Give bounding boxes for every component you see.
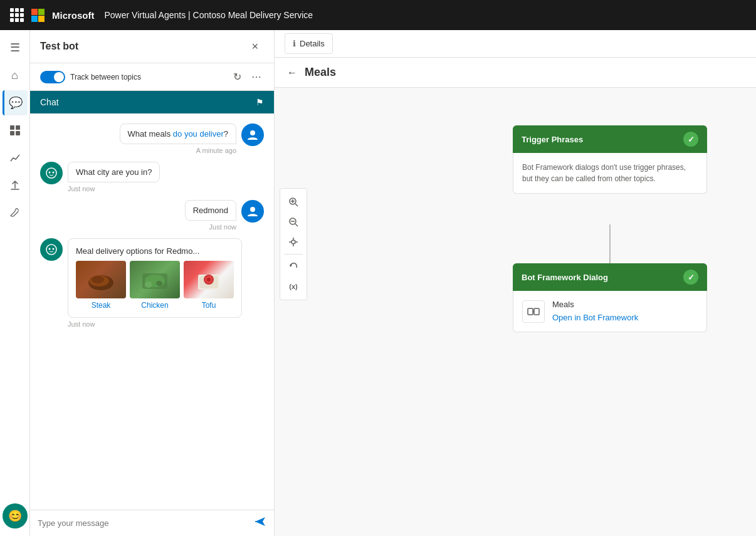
meal-images: Steak Chicken — [76, 261, 234, 310]
canvas-toolbar: (x) — [280, 188, 307, 300]
details-tab-bar: ℹ Details — [275, 30, 756, 58]
user-avatar-icon[interactable]: 😊 — [3, 503, 28, 528]
undo-button[interactable] — [284, 257, 303, 276]
svg-rect-37 — [528, 308, 533, 315]
bot-framework-node: Bot Framework Dialog ✓ Meals Open in Bot — [513, 263, 707, 332]
back-button[interactable]: ← — [287, 67, 297, 78]
chat-tab[interactable]: Chat ⚑ — [30, 91, 274, 113]
send-button[interactable] — [254, 515, 266, 531]
svg-rect-1 — [16, 125, 20, 130]
controls-right: ↻ ⋯ — [231, 68, 264, 85]
microsoft-label: Microsoft — [52, 10, 95, 21]
canvas-area: (x) Trigger Phrases ✓ Bot Framework dial… — [275, 88, 756, 536]
main-area: ℹ Details ← Meals (x) — [275, 30, 756, 536]
svg-rect-2 — [10, 131, 14, 135]
highlight-text: do you deliver — [173, 129, 224, 139]
message-time-2: Just now — [209, 223, 236, 231]
meal-item-tofu: Tofu — [184, 261, 234, 310]
bot-framework-header: Bot Framework Dialog ✓ — [513, 263, 707, 291]
bot-avatar-2 — [40, 238, 63, 261]
bot-framework-title: Bot Framework Dialog — [522, 273, 608, 282]
trigger-phrases-node: Trigger Phrases ✓ Bot Framework dialogs … — [513, 125, 707, 194]
flag-icon: ⚑ — [256, 97, 264, 107]
user-message-text-2: Redmond — [193, 206, 228, 215]
svg-point-11 — [53, 248, 55, 250]
message-time-bot-2: Just now — [68, 320, 242, 328]
sidebar-item-chat[interactable]: 💬 — [3, 90, 28, 115]
svg-line-30 — [295, 224, 298, 226]
trigger-phrases-header: Trigger Phrases ✓ — [513, 125, 707, 153]
grid-menu-icon[interactable] — [10, 8, 24, 22]
track-toggle-container: Track between topics — [40, 71, 141, 83]
track-label: Track between topics — [70, 73, 141, 81]
canvas-title: Meals — [305, 66, 336, 79]
message-bot-2: Meal delivery options for Redmo... Steak — [40, 238, 264, 328]
sidebar-item-topics[interactable] — [3, 118, 28, 143]
chat-panel: Test bot ✕ Track between topics ↻ ⋯ Chat… — [30, 30, 275, 536]
bot-framework-dialog-icon — [522, 300, 545, 323]
meal-item-steak: Steak — [76, 261, 126, 310]
message-bot-1-content: What city are you in? Just now — [68, 162, 160, 192]
message-input[interactable] — [38, 518, 249, 528]
sidebar-item-tools[interactable] — [3, 201, 28, 226]
message-time-bot-1: Just now — [68, 185, 160, 192]
canvas-header: ← Meals — [275, 58, 756, 88]
message-user-2-content: Redmond Just now — [185, 200, 236, 231]
svg-point-6 — [49, 172, 51, 174]
track-toggle[interactable] — [40, 71, 65, 83]
meal-card-title: Meal delivery options for Redmo... — [76, 246, 234, 256]
svg-point-7 — [53, 172, 55, 174]
microsoft-logo — [31, 9, 45, 22]
sidebar-item-home[interactable]: ⌂ — [3, 63, 28, 88]
message-bubble-user-2: Redmond — [185, 200, 236, 221]
chat-panel-title: Test bot — [40, 41, 78, 52]
refresh-button[interactable]: ↻ — [231, 68, 244, 85]
svg-point-31 — [291, 240, 295, 244]
bot-avatar-1 — [40, 162, 63, 184]
user-avatar-2 — [241, 200, 264, 223]
svg-point-8 — [250, 207, 255, 212]
meal-item-chicken: Chicken — [130, 261, 180, 310]
meal-name-steak: Steak — [92, 301, 111, 310]
close-button[interactable]: ✕ — [246, 38, 264, 55]
details-tab-button[interactable]: ℹ Details — [285, 33, 333, 54]
message-user-1-content: What meals do you deliver? A minute ago — [120, 123, 236, 154]
svg-point-9 — [46, 244, 56, 255]
sidebar-item-publish[interactable] — [3, 173, 28, 198]
message-bot-1: What city are you in? Just now — [40, 162, 264, 192]
chat-controls: Track between topics ↻ ⋯ — [30, 63, 274, 91]
svg-point-5 — [46, 168, 56, 178]
message-bot-2-content: Meal delivery options for Redmo... Steak — [68, 238, 242, 328]
trigger-phrases-text: Bot Framework dialogs don't use trigger … — [522, 162, 698, 184]
top-navigation: Microsoft Power Virtual Agents | Contoso… — [0, 0, 756, 30]
app-title: Power Virtual Agents | Contoso Meal Deli… — [105, 10, 313, 20]
sidebar-item-analytics[interactable] — [3, 145, 28, 171]
zoom-out-button[interactable] — [284, 213, 303, 231]
toolbar-divider — [284, 254, 303, 255]
sidebar-item-menu[interactable]: ☰ — [3, 35, 28, 60]
details-tab-label: Details — [300, 39, 325, 48]
zoom-in-button[interactable] — [284, 192, 303, 211]
more-options-button[interactable]: ⋯ — [249, 68, 264, 85]
svg-point-14 — [92, 276, 104, 283]
fit-button[interactable] — [284, 233, 303, 251]
chat-tab-label: Chat — [40, 97, 59, 107]
meal-image-chicken — [130, 261, 180, 298]
svg-point-18 — [156, 281, 162, 286]
trigger-check-icon: ✓ — [683, 132, 698, 147]
svg-point-10 — [49, 248, 51, 250]
bot-framework-body: Meals Open in Bot Framework — [513, 291, 707, 332]
meal-name-chicken: Chicken — [141, 301, 168, 310]
message-bubble-bot-1: What city are you in? — [68, 162, 160, 182]
message-user-1: What meals do you deliver? A minute ago — [40, 123, 264, 154]
user-avatar-1 — [241, 123, 264, 146]
open-bot-framework-link[interactable]: Open in Bot Framework — [552, 313, 638, 322]
meal-name-tofu: Tofu — [202, 301, 216, 310]
variable-button[interactable]: (x) — [284, 277, 303, 296]
bot-framework-check-icon: ✓ — [683, 270, 698, 285]
left-sidebar: ☰ ⌂ 💬 😊 — [0, 30, 30, 536]
meal-image-tofu — [184, 261, 234, 298]
trigger-phrases-body: Bot Framework dialogs don't use trigger … — [513, 153, 707, 194]
chat-input-area — [30, 510, 274, 536]
meal-card: Meal delivery options for Redmo... Steak — [68, 238, 242, 318]
